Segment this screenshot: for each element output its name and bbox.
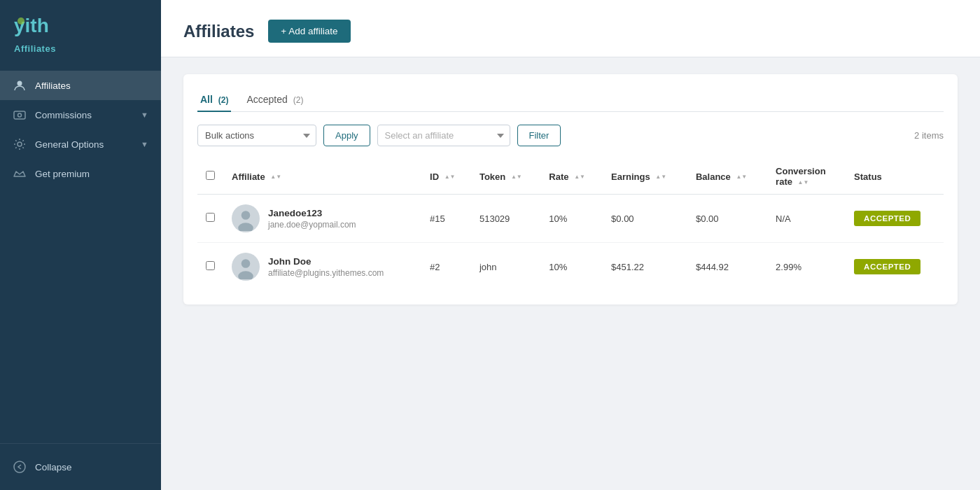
th-status: Status xyxy=(846,159,944,195)
content-area: Affiliates + Add affiliate All (2) Accep… xyxy=(161,0,980,490)
th-balance-label: Balance xyxy=(696,172,731,182)
row1-name[interactable]: Janedoe123 xyxy=(268,208,356,218)
row1-status-cell: ACCEPTED xyxy=(846,195,944,243)
sidebar-item-collapse-label: Collapse xyxy=(35,462,72,472)
row2-affiliate-cell: John Doe affiliate@plugins.yithemes.com xyxy=(223,243,421,291)
tab-accepted-count: (2) xyxy=(293,95,304,105)
row2-rate: 10% xyxy=(540,243,603,291)
sidebar-item-get-premium[interactable]: Get premium xyxy=(0,159,161,188)
sidebar: yith Affiliates Affiliates Commissions ▼ xyxy=(0,0,161,490)
tabs-bar: All (2) Accepted (2) xyxy=(197,88,944,112)
row1-rate: 10% xyxy=(540,195,603,243)
yith-logo: yith xyxy=(14,14,56,41)
commissions-icon xyxy=(13,108,27,122)
filters-bar: Bulk actions Apply Select an affiliate F… xyxy=(197,125,944,146)
svg-point-10 xyxy=(238,271,253,279)
row1-affiliate-info: Janedoe123 jane.doe@yopmail.com xyxy=(232,204,413,232)
bulk-actions-select[interactable]: Bulk actions xyxy=(197,125,316,146)
row1-balance: $0.00 xyxy=(687,195,767,243)
id-sort-icon: ▲▼ xyxy=(444,174,456,180)
th-token[interactable]: Token ▲▼ xyxy=(471,159,540,195)
premium-icon xyxy=(13,167,27,181)
th-id[interactable]: ID ▲▼ xyxy=(421,159,471,195)
row1-checkbox[interactable] xyxy=(206,213,215,222)
row2-id: #2 xyxy=(421,243,471,291)
th-status-label: Status xyxy=(854,172,882,182)
sidebar-nav: Affiliates Commissions ▼ General Options… xyxy=(0,65,161,443)
table-section: All (2) Accepted (2) Bulk actions Apply … xyxy=(183,74,958,304)
th-earnings-label: Earnings xyxy=(611,172,650,182)
rate-sort-icon: ▲▼ xyxy=(574,174,585,180)
th-balance[interactable]: Balance ▲▼ xyxy=(687,159,767,195)
table-body: Janedoe123 jane.doe@yopmail.com #15 5130… xyxy=(197,195,944,291)
sidebar-item-collapse[interactable]: Collapse xyxy=(0,452,161,482)
tab-all[interactable]: All (2) xyxy=(197,88,231,112)
sidebar-item-general-options-label: General Options xyxy=(35,139,104,150)
th-earnings[interactable]: Earnings ▲▼ xyxy=(603,159,687,195)
row2-balance: $444.92 xyxy=(687,243,767,291)
affiliates-table: Affiliate ▲▼ ID ▲▼ Token ▲▼ Rate xyxy=(197,159,944,290)
row2-email: affiliate@plugins.yithemes.com xyxy=(268,268,384,278)
main-content: Affiliates + Add affiliate All (2) Accep… xyxy=(161,0,980,490)
row1-email: jane.doe@yopmail.com xyxy=(268,220,356,230)
row2-affiliate-info: John Doe affiliate@plugins.yithemes.com xyxy=(232,253,413,281)
row1-id: #15 xyxy=(421,195,471,243)
avatar-silhouette xyxy=(233,206,258,231)
sidebar-item-commissions-label: Commissions xyxy=(35,110,92,120)
sidebar-brand-label: Affiliates xyxy=(14,43,56,54)
sidebar-item-affiliates[interactable]: Affiliates xyxy=(0,71,161,100)
svg-point-5 xyxy=(18,142,22,146)
filter-button[interactable]: Filter xyxy=(517,125,561,146)
row2-affiliate-details: John Doe affiliate@plugins.yithemes.com xyxy=(268,256,384,278)
sidebar-item-get-premium-label: Get premium xyxy=(35,169,90,179)
tab-accepted[interactable]: Accepted (2) xyxy=(244,88,306,112)
table-row: Janedoe123 jane.doe@yopmail.com #15 5130… xyxy=(197,195,944,243)
affiliates-icon xyxy=(13,78,27,92)
svg-point-8 xyxy=(238,223,253,231)
svg-point-2 xyxy=(18,81,22,86)
table-row: John Doe affiliate@plugins.yithemes.com … xyxy=(197,243,944,291)
row1-affiliate-details: Janedoe123 jane.doe@yopmail.com xyxy=(268,208,356,230)
page-header: Affiliates + Add affiliate xyxy=(161,0,980,57)
th-checkbox xyxy=(197,159,223,195)
sidebar-logo-area: yith Affiliates xyxy=(0,0,161,65)
row1-earnings: $0.00 xyxy=(603,195,687,243)
th-rate[interactable]: Rate ▲▼ xyxy=(540,159,603,195)
select-all-checkbox[interactable] xyxy=(206,171,215,180)
items-count: 2 items xyxy=(914,130,944,141)
page-title: Affiliates xyxy=(183,22,254,41)
svg-rect-3 xyxy=(14,111,25,119)
row1-affiliate-cell: Janedoe123 jane.doe@yopmail.com xyxy=(223,195,421,243)
avatar-silhouette xyxy=(233,254,258,279)
affiliate-filter-select[interactable]: Select an affiliate xyxy=(377,125,510,146)
token-sort-icon: ▲▼ xyxy=(511,174,522,180)
th-affiliate[interactable]: Affiliate ▲▼ xyxy=(223,159,421,195)
sidebar-item-commissions[interactable]: Commissions ▼ xyxy=(0,100,161,130)
svg-point-4 xyxy=(18,113,22,117)
sidebar-item-affiliates-label: Affiliates xyxy=(35,80,71,91)
row2-status-badge[interactable]: ACCEPTED xyxy=(854,259,920,274)
row1-conversion-rate: N/A xyxy=(767,195,846,243)
th-conversion-rate[interactable]: Conversionrate ▲▼ xyxy=(767,159,846,195)
earnings-sort-icon: ▲▼ xyxy=(655,174,666,180)
row1-avatar xyxy=(232,204,260,232)
row2-checkbox-cell xyxy=(197,243,223,291)
row1-token: 513029 xyxy=(471,195,540,243)
balance-sort-icon: ▲▼ xyxy=(736,174,747,180)
sidebar-item-general-options[interactable]: General Options ▼ xyxy=(0,130,161,159)
th-affiliate-label: Affiliate xyxy=(232,172,265,182)
tab-all-count: (2) xyxy=(218,95,229,105)
row2-checkbox[interactable] xyxy=(206,261,215,270)
commissions-chevron: ▼ xyxy=(141,111,148,119)
th-rate-label: Rate xyxy=(549,172,568,182)
row2-conversion-rate: 2.99% xyxy=(767,243,846,291)
th-token-label: Token xyxy=(479,172,505,182)
conversion-rate-sort-icon: ▲▼ xyxy=(798,180,809,186)
tab-accepted-label: Accepted xyxy=(246,94,287,105)
apply-button[interactable]: Apply xyxy=(323,125,370,146)
row2-name[interactable]: John Doe xyxy=(268,256,384,267)
row1-status-badge[interactable]: ACCEPTED xyxy=(854,211,920,226)
general-options-chevron: ▼ xyxy=(141,140,148,148)
affiliate-sort-icon: ▲▼ xyxy=(270,174,281,180)
add-affiliate-button[interactable]: + Add affiliate xyxy=(268,20,350,43)
